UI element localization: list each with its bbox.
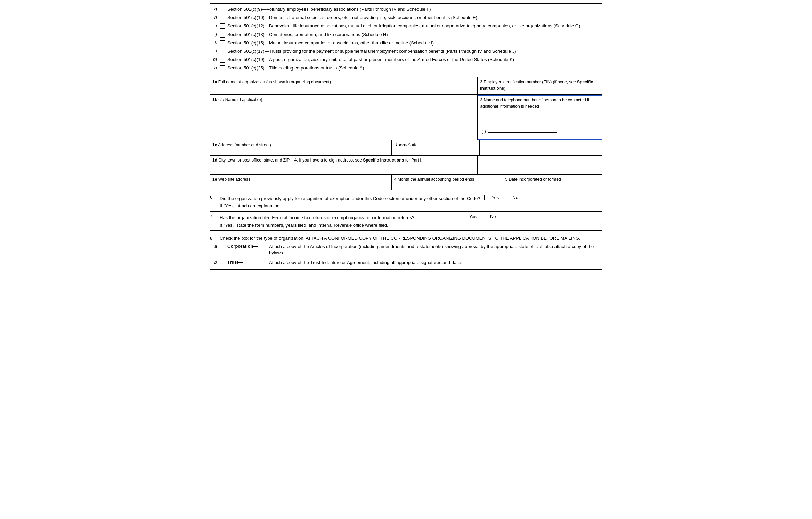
row-text-k: Section 501(c)(15)—Mutual insurance comp… — [227, 40, 602, 46]
q8-letter-a: a — [210, 244, 220, 249]
q7-text: Has the organization filed Federal incom… — [220, 213, 602, 229]
row-g: g Section 501(c)(9)—Voluntary employees'… — [210, 5, 602, 14]
row-letter-h: h — [210, 15, 220, 20]
row-l: l Section 501(c)(17)—Trusts providing fo… — [210, 47, 602, 56]
q6-number: 6 — [210, 194, 220, 200]
row-i: i Section 501(c)(12)—Benevolent life ins… — [210, 22, 602, 30]
checkbox-l[interactable] — [220, 49, 225, 54]
checkbox-section: g Section 501(c)(9)—Voluntary employees'… — [210, 3, 602, 74]
checkbox-m[interactable] — [220, 57, 225, 63]
part1-grid: 1a Full name of organization (as shown i… — [210, 77, 602, 190]
q6-text: Did the organization previously apply fo… — [220, 194, 602, 209]
row-letter-l: l — [210, 48, 220, 53]
grid-row-1b-3: 1b c/o Name (if applicable) 3 Name and t… — [210, 95, 602, 140]
checkbox-j[interactable] — [220, 32, 225, 38]
row-m: m Section 501(c)(19)—A post, organizatio… — [210, 56, 602, 64]
form-page: g Section 501(c)(9)—Voluntary employees'… — [203, 0, 609, 273]
row-h: h Section 501(c)(10)—Domestic fraternal … — [210, 14, 602, 22]
row-letter-m: m — [210, 57, 220, 62]
q6-yes-checkbox[interactable] — [484, 195, 489, 200]
q8-desc-b: Attach a copy of the Trust Indenture or … — [269, 260, 602, 266]
q8-desc-a: Attach a copy of the Articles of Incorpo… — [269, 244, 602, 256]
q7-yes-checkbox[interactable] — [462, 214, 467, 219]
row-text-h: Section 501(c)(10)—Domestic fraternal so… — [227, 15, 602, 21]
grid-row-1d: 1d City, town or post office, state, and… — [210, 155, 602, 174]
cell-1e: 1e Web site address — [210, 174, 392, 190]
q8-item-b: b Trust— Attach a copy of the Trust Inde… — [210, 258, 602, 267]
row-n: n Section 501(c)(25)—Title holding corpo… — [210, 64, 602, 72]
cell-1c: 1c Address (number and street) — [210, 140, 392, 155]
cell-3-continued — [479, 140, 602, 155]
q7-subtext: If "Yes," state the form numbers, years … — [220, 222, 602, 229]
row-letter-n: n — [210, 65, 220, 70]
question-8-section: 8 Check the box for the type of organiza… — [210, 233, 602, 270]
q7-no-checkbox[interactable] — [483, 214, 488, 219]
grid-row-1a-2: 1a Full name of organization (as shown i… — [210, 77, 602, 95]
q6-yes-label: Yes — [492, 194, 499, 201]
cell-2: 2 Employer identification number (EIN) (… — [478, 77, 602, 94]
q6-no-label: No — [512, 194, 518, 201]
label-3: 3 Name and telephone number of person to… — [480, 98, 590, 109]
row-letter-i: i — [210, 23, 220, 28]
phone-line — [488, 132, 557, 133]
label-2: 2 Employer identification number (EIN) (… — [480, 80, 593, 91]
row-text-j: Section 501(c)(13)—Cemeteries, crematori… — [227, 32, 602, 38]
row-text-l: Section 501(c)(17)—Trusts providing for … — [227, 48, 602, 55]
label-1e: 1e Web site address — [212, 177, 250, 182]
q8-number: 8 — [210, 236, 220, 241]
phone-field: ( ) — [482, 128, 558, 134]
cell-3-highlighted: 3 Name and telephone number of person to… — [478, 95, 602, 140]
label-5: 5 Date incorporated or formed — [505, 177, 561, 182]
q8-checkbox-a[interactable] — [220, 244, 225, 249]
room-suite-label: Room/Suite — [394, 142, 418, 147]
q8-item-a: a Corporation— Attach a copy of the Arti… — [210, 242, 602, 257]
q6-no-checkbox[interactable] — [505, 195, 510, 200]
label-1d: 1d City, town or post office, state, and… — [212, 158, 422, 163]
row-letter-j: j — [210, 32, 220, 37]
cell-5: 5 Date incorporated or formed — [503, 174, 602, 190]
q7-yes-label: Yes — [469, 213, 477, 220]
row-j: j Section 501(c)(13)—Cemeteries, cremato… — [210, 31, 602, 39]
question-7-row: 7 Has the organization filed Federal inc… — [210, 212, 602, 231]
grid-row-1c: 1c Address (number and street) Room/Suit… — [210, 140, 602, 155]
checkbox-i[interactable] — [220, 23, 225, 29]
cell-1d: 1d City, town or post office, state, and… — [210, 155, 478, 174]
label-1b: 1b c/o Name (if applicable) — [212, 97, 262, 102]
checkbox-k[interactable] — [220, 40, 225, 46]
cell-roomsuite: Room/Suite — [392, 140, 479, 155]
q6-yes-no-inline: Yes No — [484, 194, 518, 201]
row-text-g: Section 501(c)(9)—Voluntary employees' b… — [227, 6, 602, 13]
q7-number: 7 — [210, 213, 220, 219]
q7-yes-no-inline: Yes No — [462, 213, 496, 220]
label-1a: 1a Full name of organization (as shown i… — [212, 80, 331, 84]
q8-header-row: 8 Check the box for the type of organiza… — [210, 236, 602, 241]
cell-1a: 1a Full name of organization (as shown i… — [210, 77, 478, 94]
row-k: k Section 501(c)(15)—Mutual insurance co… — [210, 39, 602, 47]
q8-label-a: Corporation— — [227, 244, 269, 249]
grid-row-1e-4-5: 1e Web site address 4 Month the annual a… — [210, 174, 602, 190]
row-text-n: Section 501(c)(25)—Title holding corpora… — [227, 65, 602, 71]
cell-3-lower — [478, 155, 602, 174]
label-4: 4 Month the annual accounting period end… — [394, 177, 474, 182]
q8-letter-b: b — [210, 260, 220, 265]
q8-checkbox-b[interactable] — [220, 260, 225, 265]
q8-label-b: Trust— — [227, 260, 269, 265]
checkbox-g[interactable] — [220, 7, 225, 12]
row-text-i: Section 501(c)(12)—Benevolent life insur… — [227, 23, 602, 29]
row-letter-g: g — [210, 6, 220, 11]
cell-1b: 1b c/o Name (if applicable) — [210, 95, 478, 140]
row-letter-k: k — [210, 40, 220, 45]
checkbox-n[interactable] — [220, 65, 225, 71]
q6-subtext: If "Yes," attach an explanation. — [220, 203, 602, 209]
row-text-m: Section 501(c)(19)—A post, organization,… — [227, 57, 602, 63]
question-6-row: 6 Did the organization previously apply … — [210, 192, 602, 212]
label-1c: 1c Address (number and street) — [212, 142, 271, 147]
q7-dots: . . . . . . . . — [418, 215, 458, 220]
q7-no-label: No — [490, 213, 496, 220]
q8-text: Check the box for the type of organizati… — [220, 236, 580, 241]
checkbox-h[interactable] — [220, 15, 225, 20]
cell-4: 4 Month the annual accounting period end… — [392, 174, 503, 190]
